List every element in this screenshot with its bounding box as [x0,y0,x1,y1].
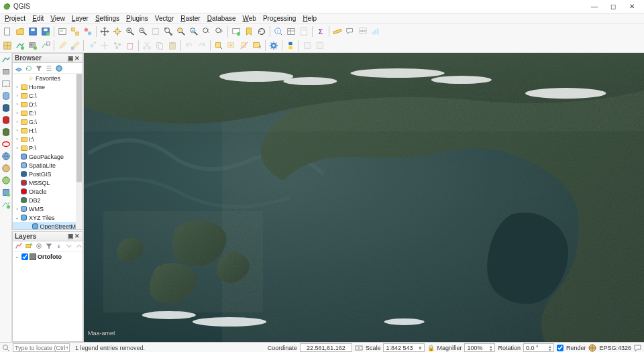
layers-panel-header[interactable]: Layers ▣ ✕ [13,232,83,241]
map-tips-button[interactable] [344,25,356,38]
add-delimited-text-icon[interactable]: , [1,78,11,89]
undock-layers-icon[interactable]: ▣ [67,233,74,239]
node-tool-button[interactable] [111,40,123,52]
add-wms-icon[interactable] [1,151,11,162]
add-raster-layer-icon[interactable] [1,66,11,77]
layer-item[interactable]: ⌄Ortofoto [13,252,83,261]
crs-label[interactable]: EPSG:4326 [599,345,631,351]
browser-item[interactable]: GeoPackage [13,152,83,161]
messages-icon[interactable] [634,344,642,352]
undo-button[interactable] [183,40,195,52]
zoom-full-button[interactable] [162,25,174,38]
browser-item[interactable]: ›P:\ [13,143,83,152]
add-mssql-icon[interactable] [1,115,11,125]
add-raster-layer-button[interactable] [27,40,39,52]
pan-map-button[interactable] [99,25,111,38]
measure-line-button[interactable] [331,25,343,38]
new-project-button[interactable] [1,25,13,38]
identify-button[interactable]: i [272,25,284,38]
zoom-to-selection-button[interactable] [175,25,187,38]
locator-search-icon[interactable] [2,344,10,352]
add-layer-icon[interactable] [14,64,23,73]
collapse-all-icon[interactable] [44,64,54,73]
select-by-expression-button[interactable]: ε [251,40,263,52]
add-wcs-icon[interactable] [1,163,11,174]
new-map-view-button[interactable] [230,25,242,38]
menu-settings[interactable]: Settings [92,14,123,23]
lock-scale-icon[interactable]: 🔒 [427,345,434,351]
browser-item[interactable]: ⌄XYZ Tiles [13,213,83,222]
browser-item[interactable]: ›Home [13,82,83,91]
save-edits-button[interactable] [69,40,81,52]
redo-button[interactable] [196,40,208,52]
processing-toolbox-button[interactable] [268,40,280,52]
filter-by-expression-icon[interactable]: ε [54,241,64,251]
menu-processing[interactable]: Processing [260,14,299,23]
menu-view[interactable]: View [47,14,68,23]
browser-item[interactable]: OpenStreetMap [13,222,83,229]
add-db2-icon[interactable] [1,127,11,137]
magnifier-input[interactable]: 100%▴▾ [464,343,495,352]
browser-item[interactable]: ☆Favorites [13,74,83,82]
browser-panel-header[interactable]: Browser ▣ ✕ [13,54,83,63]
select-features-button[interactable] [213,40,225,52]
browser-item[interactable]: ›E:\ [13,109,83,117]
menu-plugins[interactable]: Plugins [123,14,152,23]
cut-button[interactable] [141,40,153,52]
paste-button[interactable] [166,40,178,52]
zoom-native-button[interactable] [150,25,162,38]
save-project-as-button[interactable] [40,25,52,38]
refresh-button[interactable] [256,25,268,38]
browser-item[interactable]: Oracle [13,187,83,196]
save-project-button[interactable] [27,25,39,38]
map-canvas[interactable]: Maa-amet [83,53,644,342]
scale-input[interactable]: 1:842 543▾ [383,343,425,352]
toggle-extents-icon[interactable] [355,344,363,352]
deselect-all-button[interactable] [238,40,250,52]
add-group-icon[interactable] [24,241,34,251]
plugin-button-1[interactable] [301,40,313,52]
browser-item[interactable]: ›D:\ [13,100,83,109]
menu-edit[interactable]: Edit [29,14,47,23]
select-by-value-button[interactable]: ε [225,40,237,52]
browser-scrollbar[interactable] [76,74,83,229]
new-geopackage-icon[interactable] [1,187,11,198]
close-layers-icon[interactable]: ✕ [74,233,80,239]
open-data-source-manager-button[interactable] [1,40,13,52]
menu-vector[interactable]: Vector [152,14,177,23]
layer-visibility-checkbox[interactable] [21,253,28,260]
manage-map-themes-icon[interactable] [34,241,44,251]
zoom-next-button[interactable] [213,25,225,38]
window-minimize-button[interactable]: — [585,3,604,10]
filter-browser-icon[interactable] [34,64,44,73]
browser-item[interactable]: ›C:\ [13,91,83,100]
coordinate-input[interactable]: 22.561,61.162 [300,343,352,352]
render-checkbox[interactable] [557,345,564,351]
style-manager-button[interactable] [82,25,94,38]
copy-button[interactable] [154,40,166,52]
zoom-to-layer-button[interactable] [188,25,200,38]
add-vector-layer-button[interactable] [14,40,26,52]
rotation-input[interactable]: 0.0 °▴▾ [523,343,554,352]
statistics-button[interactable]: Σ [315,25,327,38]
browser-item[interactable]: SpatiaLite [13,161,83,170]
layer-styling-icon[interactable] [14,241,23,251]
menu-web[interactable]: Web [239,14,260,23]
menu-layer[interactable]: Layer [68,14,92,23]
refresh-browser-icon[interactable] [24,64,34,73]
new-print-layout-button[interactable] [56,25,68,38]
zoom-last-button[interactable] [201,25,213,38]
menu-project[interactable]: Project [1,14,29,23]
field-calculator-button[interactable] [298,25,310,38]
new-shapefile-icon[interactable] [1,199,11,210]
pan-to-selection-button[interactable] [111,25,123,38]
move-feature-button[interactable] [99,40,111,52]
browser-item[interactable]: DB2 [13,196,83,204]
add-spatialite-icon[interactable] [1,91,11,101]
collapse-all-layers-icon[interactable] [74,241,84,251]
browser-item[interactable]: ›WMS [13,204,83,213]
open-attribute-table-button[interactable] [285,25,297,38]
menu-raster[interactable]: Raster [177,14,203,23]
delete-selected-button[interactable] [124,40,136,52]
plugin-button-2[interactable] [314,40,326,52]
